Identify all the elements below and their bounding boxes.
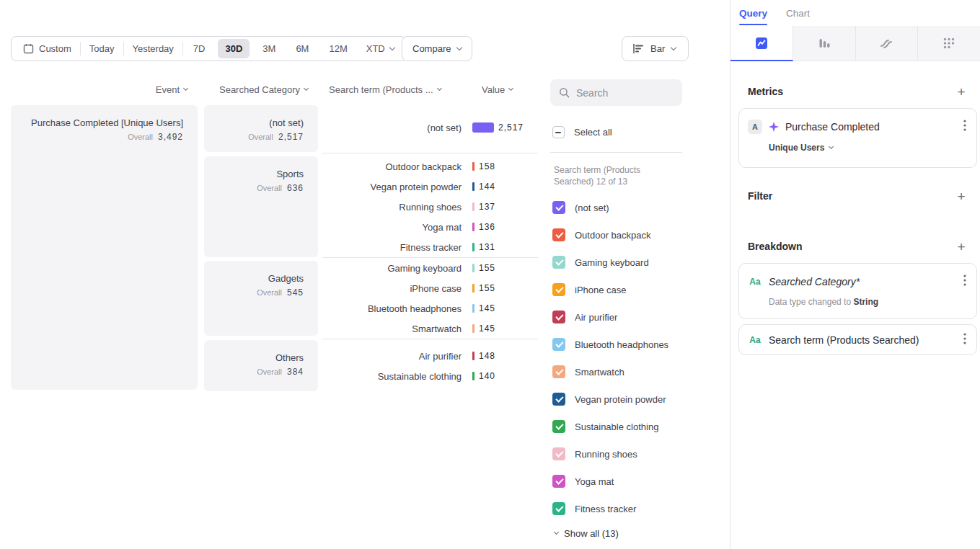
select-all-row[interactable]: Select all (552, 126, 612, 138)
checkbox-checked-icon[interactable] (552, 475, 565, 488)
event-cell[interactable]: Purchase Completed [Unique Users] Overal… (11, 105, 198, 390)
tab-chart[interactable]: Chart (786, 0, 810, 26)
term-row-air-purifier[interactable]: Air purifier148 (322, 346, 546, 366)
report-tab-funnels[interactable] (793, 26, 856, 61)
legend-item-gaming-keyboard[interactable]: Gaming keyboard (552, 249, 668, 276)
kebab-menu-icon[interactable] (962, 118, 968, 135)
legend-item-fitness-tracker[interactable]: Fitness tracker (552, 495, 668, 522)
xtd-button[interactable]: XTD (358, 37, 403, 61)
value-label: 140 (479, 371, 495, 381)
term-row-smartwatch[interactable]: Smartwatch145 (322, 318, 546, 339)
select-all-label: Select all (574, 127, 612, 138)
legend-item-bluetooth-headphones[interactable]: Bluetooth headphones (552, 331, 668, 358)
insights-chart-icon (754, 36, 769, 50)
add-metric-button[interactable]: + (955, 85, 968, 99)
legend-item-air-purifier[interactable]: Air purifier (552, 303, 668, 331)
term-rows-sports: Outdoor backpack158Vegan protein powder1… (322, 156, 546, 257)
yesterday-button[interactable]: Yesterday (124, 37, 182, 61)
legend-item-running-shoes[interactable]: Running shoes (552, 440, 668, 468)
overall-label: Overall (248, 133, 273, 141)
checkbox-checked-icon[interactable] (552, 256, 565, 269)
category-cell-not-set[interactable]: (not set)Overall2,517 (204, 105, 318, 152)
column-header-searched-category[interactable]: Searched Category (204, 84, 308, 95)
category-cell-sports[interactable]: SportsOverall636 (204, 156, 318, 257)
term-row-bluetooth-headphones[interactable]: Bluetooth headphones145 (322, 298, 546, 318)
term-row-not-set[interactable]: (not set)2,517 (322, 117, 546, 138)
term-row-vegan-protein-powder[interactable]: Vegan protein powder144 (322, 177, 546, 197)
report-tab-retention[interactable] (918, 26, 980, 61)
legend-search-input[interactable] (576, 87, 670, 99)
column-header-search-term[interactable]: Search term (Products ... (329, 84, 441, 95)
checkbox-checked-icon[interactable] (552, 447, 565, 460)
search-term-label: Air purifier (322, 351, 462, 362)
range-button-3m[interactable]: 3M (255, 39, 283, 58)
checkbox-indeterminate-icon[interactable] (552, 126, 565, 138)
legend-list-label: Search term (Products Searched) 12 of 13 (554, 164, 655, 187)
chart-type-button[interactable]: Bar (622, 36, 689, 61)
report-tab-flows[interactable] (856, 26, 919, 61)
category-cell-gadgets[interactable]: GadgetsOverall545 (204, 261, 318, 336)
checkbox-checked-icon[interactable] (552, 311, 565, 323)
checkbox-checked-icon[interactable] (552, 393, 565, 406)
overall-value: 3,492 (158, 132, 183, 142)
term-row-sustainable-clothing[interactable]: Sustainable clothing140 (322, 366, 546, 386)
custom-date-button[interactable]: Custom (14, 37, 80, 61)
legend-item-vegan-protein-powder[interactable]: Vegan protein powder (552, 385, 668, 413)
kebab-menu-icon[interactable] (962, 331, 968, 349)
legend-item-label: iPhone case (575, 285, 627, 295)
legend-item-not-set[interactable]: (not set) (552, 194, 668, 221)
value-label: 131 (479, 242, 495, 252)
compare-button[interactable]: Compare (402, 36, 472, 61)
term-row-gaming-keyboard[interactable]: Gaming keyboard155 (322, 258, 546, 278)
range-button-7d[interactable]: 7D (186, 39, 213, 58)
search-term-label: Smartwatch (322, 323, 462, 334)
legend-item-smartwatch[interactable]: Smartwatch (552, 358, 668, 385)
checkbox-checked-icon[interactable] (552, 283, 565, 296)
range-button-6m[interactable]: 6M (288, 39, 316, 58)
breakdown-card-searched-category[interactable]: Aa Searched Category* Data type changed … (738, 263, 977, 319)
term-row-iphone-case[interactable]: iPhone case155 (322, 278, 546, 298)
term-row-yoga-mat[interactable]: Yoga mat136 (322, 217, 546, 237)
legend-item-iphone-case[interactable]: iPhone case (552, 276, 668, 303)
kebab-menu-icon[interactable] (962, 273, 968, 290)
term-row-running-shoes[interactable]: Running shoes137 (322, 197, 546, 217)
add-breakdown-button[interactable]: + (955, 240, 968, 254)
metric-aggregation-dropdown[interactable]: Unique Users (769, 143, 968, 153)
today-button[interactable]: Today (81, 37, 123, 61)
chevron-down-icon (389, 44, 395, 50)
breakdown-card-search-term[interactable]: Aa Search term (Products Searched) (738, 324, 977, 355)
checkbox-checked-icon[interactable] (552, 228, 565, 241)
category-cell-others[interactable]: OthersOverall384 (204, 340, 318, 391)
panel-divider (730, 0, 730, 549)
report-tab-insights[interactable] (730, 26, 793, 61)
search-icon (559, 87, 570, 98)
date-range-control: Custom Today Yesterday 7D30D3M6M12M XTD (11, 36, 407, 61)
checkbox-checked-icon[interactable] (552, 365, 565, 378)
event-overall: Overall3,492 (11, 132, 183, 142)
show-all-button[interactable]: Show all (13) (555, 528, 619, 539)
legend-item-yoga-mat[interactable]: Yoga mat (552, 468, 668, 495)
value-tick (472, 284, 474, 293)
checkbox-checked-icon[interactable] (552, 420, 565, 433)
add-filter-button[interactable]: + (955, 189, 968, 204)
overall-value: 636 (287, 183, 304, 193)
checkbox-checked-icon[interactable] (552, 201, 565, 214)
value-label: 2,517 (498, 122, 524, 133)
metric-card[interactable]: A Purchase Completed Unique Users (738, 108, 977, 168)
column-header-event[interactable]: Event (11, 84, 187, 95)
range-button-30d[interactable]: 30D (218, 39, 250, 58)
value-tick (472, 324, 474, 333)
column-header-value[interactable]: Value (482, 84, 513, 95)
legend-item-outdoor-backpack[interactable]: Outdoor backpack (552, 221, 668, 249)
checkbox-checked-icon[interactable] (552, 338, 565, 351)
tab-query[interactable]: Query (739, 0, 767, 26)
checkbox-checked-icon[interactable] (552, 502, 565, 515)
note-bold: String (853, 297, 878, 307)
legend-item-sustainable-clothing[interactable]: Sustainable clothing (552, 413, 668, 440)
value-tick (472, 182, 474, 191)
term-row-fitness-tracker[interactable]: Fitness tracker131 (322, 237, 546, 257)
legend-item-label: Running shoes (575, 449, 637, 460)
retention-grid-icon (942, 36, 956, 50)
term-row-outdoor-backpack[interactable]: Outdoor backpack158 (322, 156, 546, 177)
range-button-12m[interactable]: 12M (322, 39, 354, 58)
